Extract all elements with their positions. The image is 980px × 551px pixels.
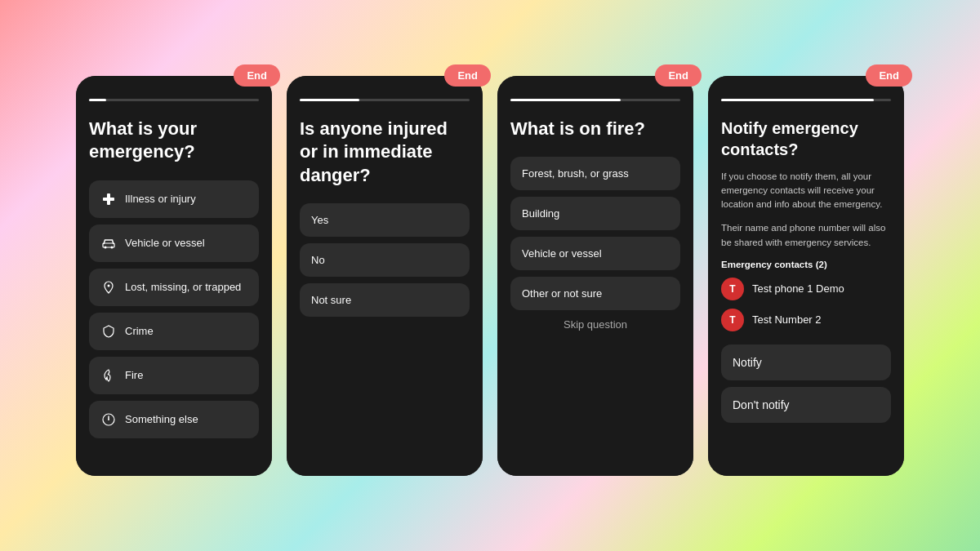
end-button-1[interactable]: End xyxy=(234,64,280,87)
option-not-sure-label: Not sure xyxy=(311,294,351,306)
option-vehicle[interactable]: Vehicle or vessel xyxy=(89,224,259,262)
svg-point-5 xyxy=(108,284,110,287)
option-illness-label: Illness or injury xyxy=(125,193,196,205)
card-emergency-type: End What is your emergency? Illness or i… xyxy=(76,76,272,476)
svg-point-4 xyxy=(111,246,114,248)
option-vehicle-vessel-label: Vehicle or vessel xyxy=(522,247,602,260)
option-vehicle-vessel[interactable]: Vehicle or vessel xyxy=(510,237,680,270)
progress-bar-1 xyxy=(89,99,259,101)
notify-description-1: If you choose to notify them, all your e… xyxy=(721,170,891,212)
contact-name-2: Test Number 2 xyxy=(752,313,822,326)
dont-notify-button[interactable]: Don't notify xyxy=(721,387,891,423)
svg-rect-1 xyxy=(103,198,114,201)
contacts-label: Emergency contacts (2) xyxy=(721,260,891,269)
illness-icon xyxy=(100,191,117,207)
option-no[interactable]: No xyxy=(300,243,470,277)
option-vehicle-label: Vehicle or vessel xyxy=(125,237,205,249)
option-lost-label: Lost, missing, or trapped xyxy=(125,281,241,293)
question-title-4: Notify emergency contacts? xyxy=(721,118,891,160)
option-something-else[interactable]: Something else xyxy=(89,401,259,438)
option-illness[interactable]: Illness or injury xyxy=(89,180,259,218)
notify-button[interactable]: Notify xyxy=(721,344,891,380)
end-button-3[interactable]: End xyxy=(655,64,702,87)
skip-question-button[interactable]: Skip question xyxy=(510,318,680,331)
option-lost[interactable]: Lost, missing, or trapped xyxy=(89,269,259,306)
crime-icon xyxy=(100,323,117,340)
notify-actions: Notify Don't notify xyxy=(721,344,891,429)
card-fire-type: End What is on fire? Forest, brush, or g… xyxy=(497,76,693,476)
option-forest-label: Forest, brush, or grass xyxy=(522,167,629,180)
end-button-4[interactable]: End xyxy=(866,64,912,87)
option-something-else-label: Something else xyxy=(125,413,198,425)
something-else-icon xyxy=(100,411,117,428)
contact-item-2: T Test Number 2 xyxy=(721,309,891,331)
option-crime-label: Crime xyxy=(125,325,154,337)
svg-point-3 xyxy=(105,246,107,248)
question-title-2: Is anyone injured or in immediate danger… xyxy=(300,118,470,188)
option-crime[interactable]: Crime xyxy=(89,313,259,350)
question-title-3: What is on fire? xyxy=(510,118,680,141)
card-injured: End Is anyone injured or in immediate da… xyxy=(287,76,483,476)
option-building[interactable]: Building xyxy=(510,197,680,230)
option-no-label: No xyxy=(311,254,325,266)
card-notify-contacts: End Notify emergency contacts? If you ch… xyxy=(708,76,904,476)
option-fire[interactable]: Fire xyxy=(89,357,259,394)
option-fire-label: Fire xyxy=(125,369,143,381)
lost-icon xyxy=(100,279,117,295)
contact-avatar-1: T xyxy=(721,278,744,300)
option-building-label: Building xyxy=(522,207,559,220)
progress-bar-3 xyxy=(510,99,680,101)
question-title-1: What is your emergency? xyxy=(89,118,259,164)
contact-item-1: T Test phone 1 Demo xyxy=(721,278,891,300)
contact-name-1: Test phone 1 Demo xyxy=(752,282,844,295)
option-other-not-sure-label: Other or not sure xyxy=(522,287,602,300)
option-not-sure[interactable]: Not sure xyxy=(300,283,470,317)
contact-avatar-2: T xyxy=(721,309,744,331)
option-yes[interactable]: Yes xyxy=(300,203,470,237)
option-yes-label: Yes xyxy=(311,214,328,226)
option-forest[interactable]: Forest, brush, or grass xyxy=(510,157,680,190)
fire-icon xyxy=(100,367,117,384)
vehicle-icon xyxy=(100,235,117,251)
end-button-2[interactable]: End xyxy=(444,64,491,87)
progress-bar-4 xyxy=(721,99,891,101)
notify-description-2: Their name and phone number will also be… xyxy=(721,221,891,250)
option-other-not-sure[interactable]: Other or not sure xyxy=(510,277,680,310)
progress-bar-2 xyxy=(300,99,470,101)
